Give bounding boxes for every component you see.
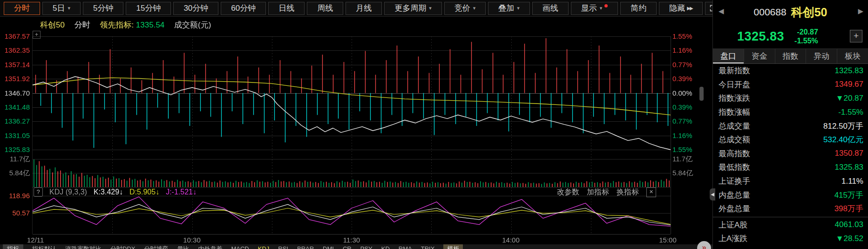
index-name-label: 科创50 bbox=[40, 21, 65, 29]
auction-button[interactable]: 竞价▾ bbox=[444, 2, 486, 15]
turnover-label: 成交额(元) bbox=[174, 21, 211, 29]
bottom-bar-item-active[interactable]: KDJ bbox=[258, 244, 270, 249]
quote-row: 总成交额532.40亿元 bbox=[713, 133, 868, 147]
bottom-bar-item[interactable]: 内外盘差 bbox=[198, 244, 222, 249]
bottom-bar-item[interactable]: RMA bbox=[399, 244, 412, 249]
indicator-help-icon[interactable]: ? bbox=[34, 187, 43, 197]
kdj-header: ? KDJ (9,3,3) K:3.429↓ D:5.905↓ J:-1.521… bbox=[34, 187, 197, 197]
period-tab-realtime[interactable]: 分时 bbox=[4, 2, 40, 15]
quote-row: 上证换手1.11% bbox=[713, 174, 868, 188]
bottom-bar-item[interactable]: 指标 bbox=[3, 244, 23, 249]
kdj-d-value: D:5.905↓ bbox=[129, 188, 159, 196]
bottom-bar-item[interactable]: RSI bbox=[278, 244, 288, 249]
quote-panel: ◀ 000688 科创50 ▶ 1325.83 -20.87 -1.55% + … bbox=[712, 0, 868, 249]
axis-pct: 1.16% bbox=[672, 46, 710, 55]
axis-pct: 0.77% bbox=[672, 117, 710, 125]
bottom-bar-item[interactable]: MACD bbox=[231, 244, 249, 249]
bottom-bar-item[interactable]: 分时博弈 bbox=[144, 244, 168, 249]
add-overlay-icon[interactable]: + bbox=[33, 31, 41, 39]
draw-line-button[interactable]: 画线 bbox=[532, 2, 569, 15]
bottom-bar-item[interactable]: BRAR bbox=[297, 244, 314, 249]
tab-pankou[interactable]: 盘口 bbox=[713, 49, 744, 63]
axis-price: 1346.70 bbox=[0, 89, 30, 97]
edit-params-button[interactable]: 改参数 bbox=[557, 187, 579, 197]
period-label: 分时 bbox=[75, 21, 90, 29]
bottom-bar-item[interactable]: DMI bbox=[323, 244, 334, 249]
quote-tabs: 盘口 资金 指数 异动 板块 bbox=[713, 48, 868, 64]
axis-volume: 11.7亿 bbox=[0, 155, 30, 163]
divider bbox=[713, 217, 868, 217]
period-tab-15min[interactable]: 15分钟 bbox=[126, 2, 171, 15]
quote-row: 上证A股4061.03 bbox=[713, 218, 868, 232]
swap-indicator-button[interactable]: 换指标 bbox=[617, 187, 639, 197]
splitter-grip[interactable] bbox=[699, 87, 704, 101]
chevron-down-icon: ▾ bbox=[600, 5, 603, 11]
period-tab-weekly[interactable]: 周线 bbox=[307, 2, 343, 15]
axis-price: 1357.14 bbox=[0, 61, 30, 69]
time-label: 14:00 bbox=[502, 236, 520, 244]
display-button[interactable]: 显示▾ bbox=[571, 2, 618, 15]
tab-bankuai[interactable]: 板块 bbox=[837, 49, 868, 63]
close-indicator-icon[interactable]: × bbox=[646, 187, 656, 197]
lead-indicator-label: 领先指标: bbox=[100, 21, 134, 29]
axis-price: 1362.35 bbox=[0, 46, 30, 55]
bottom-bar-item[interactable]: 涨跌家数对比 bbox=[65, 244, 102, 249]
prev-stock-arrow-icon[interactable]: ◀ bbox=[719, 7, 724, 15]
axis-pct: 1.16% bbox=[672, 131, 710, 140]
next-stock-arrow-icon[interactable]: ▶ bbox=[858, 7, 863, 15]
bottom-bar-item[interactable]: 分时DDX bbox=[110, 244, 135, 249]
stock-code: 000688 bbox=[754, 7, 787, 18]
period-tab-5day[interactable]: 5日▾ bbox=[42, 2, 81, 15]
axis-kdj: 118.96 bbox=[0, 192, 30, 200]
chart-canvas[interactable] bbox=[0, 0, 712, 249]
axis-pct: 0.00% bbox=[672, 89, 710, 97]
axis-price: 1341.48 bbox=[0, 103, 30, 111]
bottom-bar-item[interactable]: 指标默认 bbox=[32, 244, 56, 249]
stock-name: 科创50 bbox=[791, 5, 827, 20]
axis-volume: 5.84亿 bbox=[672, 169, 710, 177]
chevron-down-icon: ▾ bbox=[68, 5, 70, 11]
bottom-bar-item[interactable]: CR bbox=[343, 244, 352, 249]
bottom-bar-template-button[interactable]: 模板 bbox=[443, 244, 463, 249]
panel-collapse-handle[interactable]: ◀ bbox=[710, 188, 715, 201]
axis-price: 1331.05 bbox=[0, 131, 30, 140]
simple-mode-button[interactable]: 简约 bbox=[620, 2, 657, 15]
axis-price: 1336.27 bbox=[0, 117, 30, 125]
quote-row: 内盘总量415万手 bbox=[713, 188, 868, 202]
period-tab-5min[interactable]: 5分钟 bbox=[83, 2, 123, 15]
quote-price-row: 1325.83 -20.87 -1.55% + bbox=[713, 24, 868, 48]
bottom-bar-item[interactable]: TRIX bbox=[421, 244, 435, 249]
time-label: 15:00 bbox=[659, 236, 677, 244]
quote-row: 上A涨跌▼28.52 bbox=[713, 232, 868, 246]
tab-zhishu[interactable]: 指数 bbox=[775, 49, 807, 63]
more-periods-button[interactable]: 更多周期▾ bbox=[384, 2, 442, 15]
axis-price: 1351.92 bbox=[0, 75, 30, 83]
bottom-bar-item[interactable]: 量比 bbox=[177, 244, 189, 249]
tab-zijin[interactable]: 资金 bbox=[744, 49, 775, 63]
quote-row: 最新指数1325.83 bbox=[713, 64, 868, 78]
quote-header: ◀ 000688 科创50 ▶ bbox=[713, 0, 868, 24]
quote-row: 最高指数1350.87 bbox=[713, 147, 868, 161]
period-tab-60min[interactable]: 60分钟 bbox=[221, 2, 266, 15]
quote-row: 最低指数1325.83 bbox=[713, 160, 868, 174]
tab-yidong[interactable]: 异动 bbox=[806, 49, 837, 63]
time-label: 10:30 bbox=[183, 236, 201, 244]
notification-dot bbox=[604, 4, 608, 7]
indicator-actions: 改参数 加指标 换指标 × bbox=[557, 187, 656, 197]
add-indicator-button[interactable]: 加指标 bbox=[587, 187, 609, 197]
quote-row: 指数涨跌▼20.87 bbox=[713, 91, 868, 105]
time-label: 12/11 bbox=[27, 236, 44, 244]
hide-button[interactable]: 隐藏▶▶ bbox=[659, 2, 702, 15]
bottom-bar-item[interactable]: KD bbox=[381, 244, 390, 249]
period-tab-30min[interactable]: 30分钟 bbox=[173, 2, 218, 15]
kdj-name: KDJ (9,3,3) bbox=[49, 188, 87, 196]
bottom-bar-item[interactable]: PSY bbox=[360, 244, 373, 249]
period-tab-monthly[interactable]: 月线 bbox=[346, 2, 382, 15]
quote-detail-rows: 最新指数1325.83 今日开盘1349.67 指数涨跌▼20.87 指数涨幅-… bbox=[713, 64, 868, 249]
kdj-j-value: J:-1.521↓ bbox=[166, 188, 197, 196]
period-tab-daily[interactable]: 日线 bbox=[268, 2, 305, 15]
add-to-watchlist-button[interactable]: + bbox=[850, 30, 862, 42]
trading-app: 分时 5日▾ 5分钟 15分钟 30分钟 60分钟 日线 周线 月线 更多周期▾… bbox=[0, 0, 868, 249]
overlay-button[interactable]: 叠加▾ bbox=[488, 2, 530, 15]
chart-region: 分时 5日▾ 5分钟 15分钟 30分钟 60分钟 日线 周线 月线 更多周期▾… bbox=[0, 0, 712, 249]
